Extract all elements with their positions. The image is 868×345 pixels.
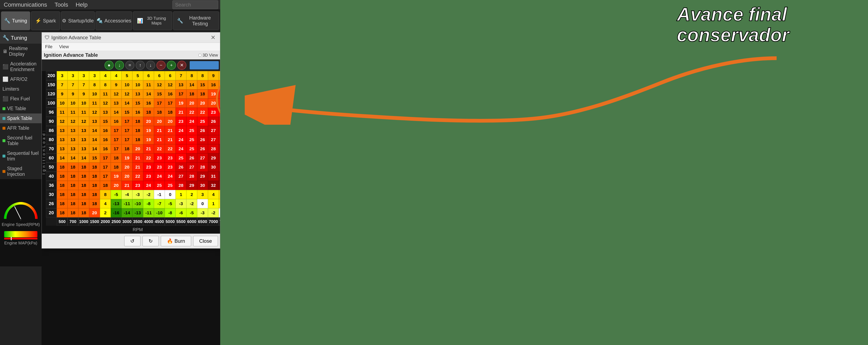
dialog-menu-file[interactable]: File — [44, 44, 54, 50]
view-3d-checkbox[interactable] — [198, 54, 201, 57]
cell[interactable]: 9 — [57, 89, 67, 98]
cell[interactable]: 24 — [186, 117, 197, 126]
cell[interactable]: 15 — [132, 98, 143, 108]
sidebar-item-realtime[interactable]: 🖥 Realtime Display — [0, 44, 41, 59]
menu-help[interactable]: Help — [74, 1, 89, 9]
cell[interactable]: -4 — [122, 190, 132, 199]
cell[interactable]: 25 — [176, 153, 186, 163]
cell[interactable]: 6 — [143, 71, 154, 80]
cell[interactable]: 26 — [208, 117, 219, 126]
toolbar-btn-spark[interactable]: ⚡ Spark — [31, 11, 60, 30]
axis-btn-green1[interactable]: ● — [104, 61, 114, 70]
cell[interactable]: 28 — [197, 163, 208, 172]
cell[interactable]: 18 — [165, 108, 176, 117]
cell[interactable]: 21 — [143, 144, 154, 153]
cell[interactable]: 11 — [89, 98, 100, 108]
cell[interactable]: 27 — [176, 172, 186, 181]
cell[interactable]: 18 — [89, 163, 100, 172]
cell[interactable]: 20 — [154, 117, 165, 126]
cell[interactable]: 18 — [100, 181, 111, 190]
cell[interactable]: 20 — [165, 117, 176, 126]
cell[interactable]: 24 — [176, 135, 186, 144]
cell[interactable]: 28 — [186, 172, 197, 181]
cell[interactable]: 9 — [67, 89, 78, 98]
cell[interactable]: 0 — [219, 208, 220, 218]
cell[interactable]: 12 — [122, 89, 132, 98]
cell[interactable]: 20 — [197, 98, 208, 108]
close-button[interactable]: Close — [193, 236, 218, 246]
cell[interactable]: 10 — [122, 80, 132, 89]
cell[interactable]: 20 — [111, 181, 122, 190]
cell[interactable]: -2 — [143, 190, 154, 199]
cell[interactable]: 12 — [78, 117, 89, 126]
cell[interactable]: 17 — [100, 153, 111, 163]
cell[interactable]: 21 — [154, 135, 165, 144]
cell[interactable]: 7 — [67, 80, 78, 89]
cell[interactable]: 18 — [111, 163, 122, 172]
cell[interactable]: 15 — [197, 80, 208, 89]
cell[interactable]: 16 — [208, 80, 219, 89]
cell[interactable]: 23 — [176, 117, 186, 126]
cell[interactable]: 21 — [154, 126, 165, 135]
cell[interactable]: 7 — [57, 80, 67, 89]
cell[interactable]: 9 — [78, 89, 89, 98]
cell[interactable]: 18 — [57, 199, 67, 208]
cell[interactable]: 3 — [219, 199, 220, 208]
cell[interactable]: 26 — [197, 144, 208, 153]
cell[interactable]: 20 — [132, 144, 143, 153]
toolbar-btn-accessories[interactable]: 🔩 Accessories — [96, 11, 132, 30]
cell[interactable]: 33 — [219, 181, 220, 190]
cell[interactable]: 21 — [176, 108, 186, 117]
cell[interactable]: 15 — [89, 153, 100, 163]
cell[interactable]: 10 — [57, 98, 67, 108]
cell[interactable]: -3 — [197, 208, 208, 218]
toolbar-btn-startup[interactable]: ⚙ Startup/Idle — [61, 11, 95, 30]
cell[interactable]: 20 — [89, 208, 100, 218]
cell[interactable]: 32 — [219, 172, 220, 181]
cell[interactable]: 14 — [78, 153, 89, 163]
cell[interactable]: 17 — [122, 135, 132, 144]
cell[interactable]: 17 — [111, 135, 122, 144]
cell[interactable]: 22 — [186, 108, 197, 117]
cell[interactable]: 26 — [186, 153, 197, 163]
cell[interactable]: 13 — [100, 108, 111, 117]
cell[interactable]: 31 — [219, 163, 220, 172]
cell[interactable]: 13 — [78, 144, 89, 153]
cell[interactable]: 23 — [154, 163, 165, 172]
cell[interactable]: 18 — [78, 208, 89, 218]
cell[interactable]: 4 — [111, 71, 122, 80]
cell[interactable]: 17 — [111, 144, 122, 153]
cell[interactable]: 3 — [78, 71, 89, 80]
cell[interactable]: 29 — [197, 172, 208, 181]
sidebar-item-afro2[interactable]: ⬜ AFR/O2 — [0, 75, 41, 84]
cell[interactable]: 18 — [57, 208, 67, 218]
cell[interactable]: 18 — [197, 89, 208, 98]
cell[interactable]: 13 — [57, 135, 67, 144]
cell[interactable]: 17 — [165, 98, 176, 108]
menu-tools[interactable]: Tools — [53, 1, 70, 9]
cell[interactable]: 12 — [111, 89, 122, 98]
axis-btn-x[interactable]: ✕ — [177, 61, 186, 70]
cell[interactable]: 29 — [208, 153, 219, 163]
cell[interactable]: 5 — [122, 71, 132, 80]
cell[interactable]: 23 — [165, 153, 176, 163]
cell[interactable]: 8 — [186, 71, 197, 80]
cell[interactable]: 12 — [89, 108, 100, 117]
cell[interactable]: 13 — [78, 135, 89, 144]
cell[interactable]: -3 — [132, 190, 143, 199]
cell[interactable]: 30 — [197, 181, 208, 190]
cell[interactable]: 23 — [143, 172, 154, 181]
cell[interactable]: 3 — [67, 71, 78, 80]
cell[interactable]: 11 — [67, 108, 78, 117]
toolbar-btn-tuning[interactable]: 🔧 Tuning — [1, 11, 30, 30]
cell[interactable]: 27 — [186, 163, 197, 172]
cell[interactable]: 19 — [208, 89, 219, 98]
cell[interactable]: 19 — [143, 135, 154, 144]
cell[interactable]: 16 — [143, 98, 154, 108]
cell[interactable]: 16 — [100, 126, 111, 135]
cell[interactable]: 13 — [132, 89, 143, 98]
cell[interactable]: -5 — [165, 199, 176, 208]
cell[interactable]: 18 — [78, 163, 89, 172]
axis-btn-eq[interactable]: = — [125, 61, 134, 70]
cell[interactable]: 27 — [197, 153, 208, 163]
